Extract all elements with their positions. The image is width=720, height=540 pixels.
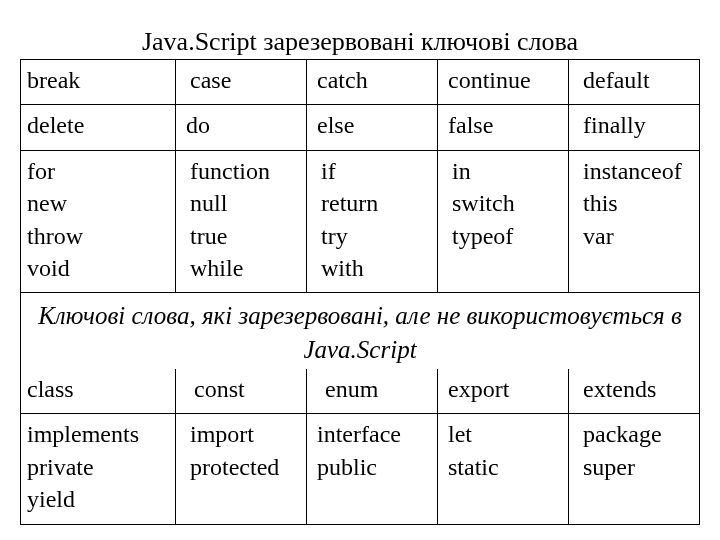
table-cell: false [438, 105, 569, 150]
table-cell: packagesuper [569, 414, 700, 524]
table-cell: enum [307, 369, 438, 414]
table-cell: functionnulltruewhile [176, 150, 307, 293]
keywords-table: Java.Script зарезервовані ключові слова … [20, 20, 700, 525]
table-cell: continue [438, 60, 569, 105]
table-cell: class [21, 369, 176, 414]
table-cell: default [569, 60, 700, 105]
section1-title: Java.Script зарезервовані ключові слова [21, 20, 700, 60]
table-cell: break [21, 60, 176, 105]
table-cell: instanceofthisvar [569, 150, 700, 293]
table-cell: else [307, 105, 438, 150]
table-cell: fornewthrowvoid [21, 150, 176, 293]
table-cell: extends [569, 369, 700, 414]
table-cell: implementsprivateyield [21, 414, 176, 524]
table-cell: do [176, 105, 307, 150]
table-cell: inswitchtypeof [438, 150, 569, 293]
table-cell: case [176, 60, 307, 105]
section2-title: Ключові слова, які зарезервовані, але не… [21, 293, 700, 369]
table-cell: catch [307, 60, 438, 105]
table-cell: export [438, 369, 569, 414]
table-cell: letstatic [438, 414, 569, 524]
table-cell: const [176, 369, 307, 414]
table-cell: importprotected [176, 414, 307, 524]
table-cell: interfacepublic [307, 414, 438, 524]
table-cell: finally [569, 105, 700, 150]
table-cell: delete [21, 105, 176, 150]
table-cell: ifreturntrywith [307, 150, 438, 293]
